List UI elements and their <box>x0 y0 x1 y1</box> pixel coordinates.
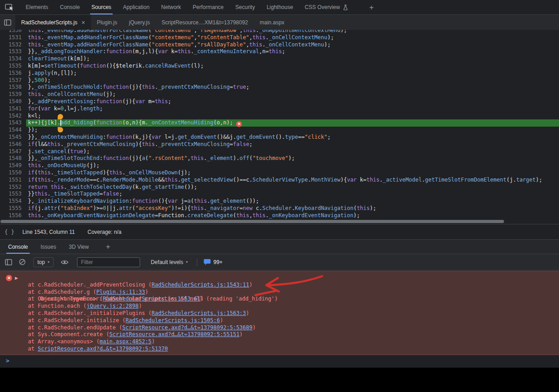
code-line[interactable]: 1534clearTimeout(k[m]); <box>0 55 559 63</box>
panel-tab-performance[interactable]: Performance <box>187 0 230 14</box>
line-number[interactable]: 1533 <box>0 48 26 55</box>
line-number[interactable]: 1552 <box>0 184 26 191</box>
stack-frame-link[interactable]: RadSchedulerScripts.js:1563:3 <box>152 310 246 316</box>
line-number[interactable]: 1546 <box>0 141 26 148</box>
line-number[interactable]: 1538 <box>0 84 26 91</box>
more-panels-icon[interactable]: + <box>369 4 374 11</box>
code-line[interactable]: 1531this._eventMap.addHandlerForClassNam… <box>0 34 559 41</box>
code-line[interactable]: 1547j.set_cancel(true); <box>0 148 559 155</box>
file-tab-jquery-js[interactable]: jQuery.js <box>123 15 155 30</box>
line-number[interactable]: 1556 <box>0 212 26 219</box>
panel-tab-console[interactable]: Console <box>54 0 86 14</box>
code-line[interactable]: 1544}); <box>0 127 559 134</box>
line-number[interactable]: 1553 <box>0 191 26 198</box>
drawer-tab-3d-view[interactable]: 3D View <box>63 240 95 254</box>
console-prompt-row[interactable]: > <box>0 356 559 368</box>
code-line[interactable]: 1543k++){j[k].add_hiding(function(o,n){m… <box>0 119 559 127</box>
code-line[interactable]: 1552return this._switchToSelectedDay(k.g… <box>0 184 559 191</box>
code-line[interactable]: 1554},_initializeKeyboardNavigation:func… <box>0 198 559 205</box>
console-sidebar-toggle-icon[interactable] <box>3 256 14 268</box>
code-line[interactable]: 1553}}this._timeSlotTapped=false; <box>0 191 559 198</box>
line-number[interactable]: 1551 <box>0 177 26 184</box>
file-tab-scriptresource-xm1-t-13798092[interactable]: ScriptResource....XM1&t=13798092 <box>156 15 254 30</box>
stack-frame-link[interactable]: RadSchedulerScripts.js:1543:11 <box>152 282 250 288</box>
stack-frame-link[interactable]: main.aspx:4852:5 <box>100 338 152 345</box>
line-number[interactable]: 1535 <box>0 63 26 70</box>
code-line[interactable]: 1541for(var k=0,l=j.length; <box>0 105 559 113</box>
line-number[interactable]: 1542 <box>0 113 26 120</box>
live-expression-eye-icon[interactable] <box>59 256 71 268</box>
line-number[interactable]: 1549 <box>0 162 26 169</box>
panel-tab-security[interactable]: Security <box>230 0 261 14</box>
pretty-print-button[interactable]: { } <box>5 229 14 235</box>
code-text: for(var k=0,l=j.length; <box>28 105 103 112</box>
line-number[interactable]: 1555 <box>0 205 26 212</box>
line-number[interactable]: 1532 <box>0 41 26 49</box>
line-number[interactable]: 1540 <box>0 98 26 105</box>
expand-triangle-icon[interactable]: ▶ <box>15 275 18 282</box>
scrollbar-thumb[interactable] <box>0 220 504 223</box>
line-number[interactable]: 1530 <box>0 30 26 34</box>
line-number[interactable]: 1539 <box>0 91 26 98</box>
code-line[interactable]: 1542k<l; <box>0 113 559 120</box>
stack-frame-link[interactable]: Plugin.js:11:33 <box>96 289 145 295</box>
drawer-tab-issues[interactable]: Issues <box>34 240 63 254</box>
line-number[interactable]: 1536 <box>0 70 26 77</box>
code-line[interactable]: 1537},500); <box>0 77 559 84</box>
code-line[interactable]: 1550if(this._timeSlotTapped){this._onCel… <box>0 169 559 177</box>
code-line[interactable]: 1533}},_addLongTouchHandler:function(m,j… <box>0 48 559 55</box>
panel-tab-lighthouse[interactable]: Lighthouse <box>261 0 299 14</box>
code-line[interactable]: 1545}},_onContextMenuHiding:function(k,j… <box>0 134 559 141</box>
stack-frame-link[interactable]: RadSchedulerScripts.js:1505:6 <box>126 317 220 324</box>
stack-frame-link[interactable]: ScriptResource.axd?d…&t=13798092:5:55151 <box>109 331 240 337</box>
panel-tab-elements[interactable]: Elements <box>20 0 54 14</box>
panel-tab-network[interactable]: Network <box>155 0 187 14</box>
code-line[interactable]: 1546if(l&&this._preventCtxMenuClosing){t… <box>0 141 559 148</box>
file-tab-main-aspx[interactable]: main.aspx <box>254 15 291 30</box>
stack-frame-link[interactable]: ScriptResource.axd?d…&t=13798092:5:51370 <box>38 346 168 352</box>
code-line[interactable]: 1551if(this._renderMode==c.RenderMode.Mo… <box>0 177 559 184</box>
line-number[interactable]: 1547 <box>0 148 26 155</box>
code-line[interactable]: 1538},_onTimeSlotTouchHold:function(j){t… <box>0 84 559 91</box>
line-number[interactable]: 1545 <box>0 134 26 141</box>
clear-console-icon[interactable] <box>16 256 28 268</box>
code-line[interactable]: 1549this._onDocMouseUp(j); <box>0 162 559 169</box>
panel-tab-sources[interactable]: Sources <box>86 0 117 14</box>
code-line[interactable]: 1530this._eventMap.addHandlerForClassNam… <box>0 30 559 34</box>
line-number[interactable]: 1541 <box>0 105 26 113</box>
line-number[interactable]: 1550 <box>0 169 26 177</box>
line-number[interactable]: 1554 <box>0 198 26 205</box>
line-number[interactable]: 1537 <box>0 77 26 84</box>
issues-counter[interactable]: 99+ <box>204 259 223 265</box>
source-editor[interactable]: 1530this._eventMap.addHandlerForClassNam… <box>0 30 559 219</box>
navigator-toggle-icon[interactable] <box>0 15 15 30</box>
code-line[interactable]: 1555if(j.attr("tabIndex")>=0||j.attr("ac… <box>0 205 559 212</box>
line-number[interactable]: 1548 <box>0 155 26 162</box>
context-selector[interactable]: top ▾ <box>33 257 54 267</box>
stack-frame-link[interactable]: ScriptResource.axd?d…&t=13798092:5:53689 <box>123 324 253 331</box>
code-line[interactable]: 1540},_addPreventClosing:function(j){var… <box>0 98 559 105</box>
code-line[interactable]: 1556this._onKeyboardEventNavigationDeleg… <box>0 212 559 219</box>
panel-tab-application[interactable]: Application <box>117 0 155 14</box>
panel-tab-css-overview[interactable]: CSS Overview <box>299 0 354 14</box>
code-line[interactable]: 1548}},_onTimeSlotTouchEnd:function(j){a… <box>0 155 559 162</box>
code-line[interactable]: 1539this._onCellContextMenu(j); <box>0 91 559 98</box>
more-drawer-tabs-icon[interactable]: + <box>106 243 110 251</box>
code-line[interactable]: 1536j.apply(n,[l]); <box>0 70 559 77</box>
line-number[interactable]: 1534 <box>0 55 26 63</box>
line-number[interactable]: 1543 <box>0 119 26 127</box>
console-filter-input[interactable] <box>77 257 140 267</box>
horizontal-scrollbar[interactable] <box>0 219 559 224</box>
code-line[interactable]: 1532this._eventMap.addHandlerForClassNam… <box>0 41 559 49</box>
file-tab-plugin-js[interactable]: Plugin.js <box>91 15 123 30</box>
inspect-cursor-icon[interactable] <box>4 1 15 13</box>
code-line[interactable]: 1535k[m]=setTimeout(function(){$telerik.… <box>0 63 559 70</box>
line-number[interactable]: 1544 <box>0 127 26 134</box>
stack-frame: at Sys.Component.create (ScriptResource.… <box>0 331 559 338</box>
close-tab-icon[interactable]: × <box>82 19 85 26</box>
stack-frame-link[interactable]: jQuery.js:2:2898 <box>86 303 139 309</box>
line-number[interactable]: 1531 <box>0 34 26 41</box>
drawer-tab-console[interactable]: Console <box>2 240 34 254</box>
file-tab-radschedulerscripts-js[interactable]: RadSchedulerScripts.js× <box>15 15 91 30</box>
log-levels-dropdown[interactable]: Default levels ▾ <box>148 257 191 267</box>
